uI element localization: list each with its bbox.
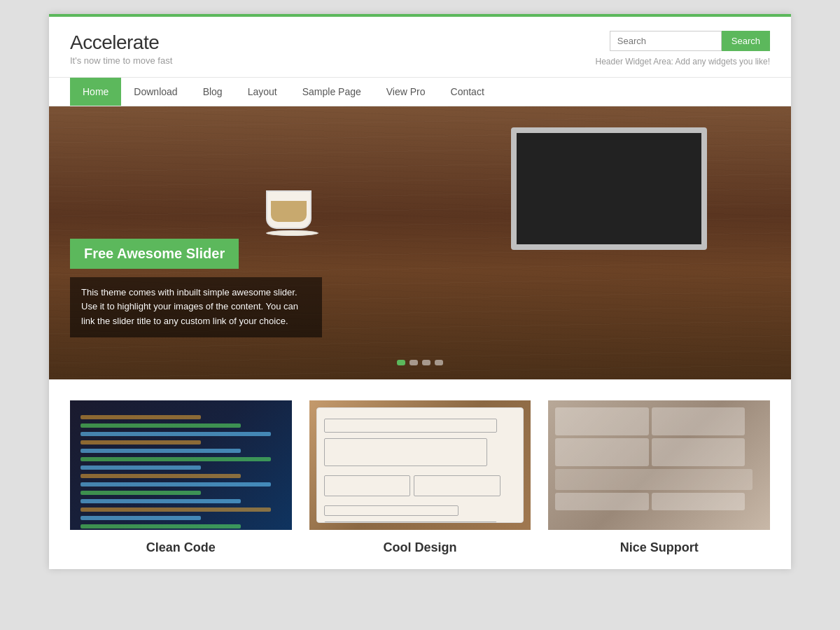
hero-slider: Free Awesome Slider This theme comes wit…: [49, 106, 791, 379]
notebook-sim: [316, 407, 524, 523]
person-block-2: [652, 407, 745, 435]
slider-content: Free Awesome Slider This theme comes wit…: [70, 239, 322, 337]
laptop-screen: [511, 127, 707, 250]
slider-dots: [397, 360, 443, 365]
code-line-7: [80, 465, 201, 470]
feature-title-design: Cool Design: [309, 540, 531, 555]
slider-description: This theme comes with inbuilt simple awe…: [70, 277, 322, 337]
nav-item-layout[interactable]: Layout: [235, 78, 290, 106]
nav-link-layout[interactable]: Layout: [235, 78, 290, 106]
feature-title-support: Nice Support: [548, 540, 770, 555]
code-line-10: [80, 491, 201, 495]
person-block-1: [555, 407, 648, 435]
person-block-6: [555, 493, 648, 510]
search-form: Search: [610, 31, 770, 51]
search-button[interactable]: Search: [722, 31, 770, 51]
code-line-3: [80, 432, 271, 436]
site-title: Accelerate: [70, 31, 172, 54]
nav-link-contact[interactable]: Contact: [438, 78, 497, 106]
person-block-4: [652, 438, 745, 466]
code-line-1: [80, 415, 201, 419]
code-line-9: [80, 482, 271, 486]
tea-cup-decoration: [266, 190, 315, 232]
person-block-5: [555, 469, 752, 490]
wire-block-6: [324, 522, 497, 523]
slider-dot-1[interactable]: [397, 360, 405, 365]
code-lines: [70, 400, 292, 530]
feature-card-design: Cool Design: [309, 400, 531, 555]
wire-block-4: [414, 475, 500, 496]
nav-link-download[interactable]: Download: [121, 78, 190, 106]
person-block-7: [652, 493, 745, 510]
nav-list: Home Download Blog Layout Sample Page Vi…: [70, 78, 770, 106]
nav-link-home[interactable]: Home: [70, 78, 121, 106]
laptop-decoration: [511, 127, 707, 260]
slider-dot-4[interactable]: [435, 360, 443, 365]
page-wrapper: Accelerate It's now time to move fast Se…: [49, 14, 791, 569]
cup-body: [266, 190, 312, 229]
feature-image-code: [70, 400, 292, 530]
cup-saucer: [266, 230, 318, 236]
header-widget-text: Header Widget Area: Add any widgets you …: [596, 57, 770, 66]
site-header: Accelerate It's now time to move fast Se…: [49, 17, 791, 77]
nav-item-viewpro[interactable]: View Pro: [374, 78, 438, 106]
header-right: Search Header Widget Area: Add any widge…: [596, 31, 770, 66]
feature-card-code: Clean Code: [70, 400, 292, 555]
nav-item-home[interactable]: Home: [70, 78, 121, 106]
nav-item-contact[interactable]: Contact: [438, 78, 497, 106]
code-line-13: [80, 516, 201, 520]
wire-block-5: [324, 505, 458, 516]
header-branding: Accelerate It's now time to move fast: [70, 31, 172, 66]
person-block-3: [555, 438, 648, 466]
slider-title[interactable]: Free Awesome Slider: [70, 239, 239, 269]
feature-title-code: Clean Code: [70, 540, 292, 555]
wireframe-lines: [317, 408, 524, 523]
wire-block-2: [324, 438, 487, 466]
laptop-screen-inner: [517, 133, 701, 244]
feature-image-design: [309, 400, 531, 530]
code-line-5: [80, 449, 241, 453]
nav-link-viewpro[interactable]: View Pro: [374, 78, 438, 106]
feature-card-support: Nice Support: [548, 400, 770, 555]
code-line-6: [80, 457, 271, 461]
code-line-8: [80, 474, 241, 478]
nav-link-blog[interactable]: Blog: [190, 78, 235, 106]
nav-item-sample[interactable]: Sample Page: [290, 78, 374, 106]
slider-dot-2[interactable]: [410, 360, 418, 365]
nav-item-blog[interactable]: Blog: [190, 78, 235, 106]
search-input[interactable]: [610, 31, 722, 51]
team-sim: [548, 400, 770, 517]
code-line-12: [80, 507, 271, 512]
wire-block-1: [324, 419, 497, 433]
site-tagline: It's now time to move fast: [70, 55, 172, 66]
features-section: Clean Code: [49, 379, 791, 569]
cup-tea: [271, 201, 307, 222]
nav-item-download[interactable]: Download: [121, 78, 190, 106]
main-nav: Home Download Blog Layout Sample Page Vi…: [49, 77, 791, 106]
nav-link-sample[interactable]: Sample Page: [290, 78, 374, 106]
features-grid: Clean Code: [70, 400, 770, 555]
code-line-11: [80, 499, 241, 503]
code-line-14: [80, 524, 241, 528]
wire-block-3: [324, 475, 411, 496]
code-line-4: [80, 440, 201, 444]
code-line-2: [80, 424, 241, 428]
feature-image-support: [548, 400, 770, 530]
slider-dot-3[interactable]: [422, 360, 430, 365]
